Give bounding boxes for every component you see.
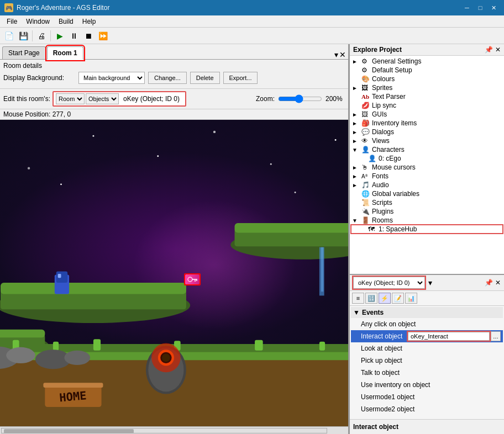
event-usermode1[interactable]: Usermode1 object (351, 391, 503, 403)
svg-point-12 (60, 183, 62, 185)
mouse-position: Mouse Position: 277, 0 (0, 109, 348, 120)
svg-point-53 (6, 347, 35, 363)
expand-icon[interactable]: ► (352, 59, 360, 65)
room-details: Room details Display Background: Main ba… (0, 60, 348, 89)
display-bg-select[interactable]: Main background (78, 72, 145, 84)
props-tab-sort[interactable]: 🔢 (365, 293, 377, 304)
delete-button[interactable]: Delete (190, 72, 220, 84)
toolbar: 📄 💾 🖨 ▶ ⏸ ⏹ ⏩ (0, 28, 504, 44)
minimize-button[interactable]: ─ (461, 3, 473, 13)
panel-close[interactable]: ✕ (339, 50, 346, 59)
tree-cego[interactable]: 👤 0: cEgo (351, 154, 503, 163)
maximize-button[interactable]: □ (474, 3, 486, 13)
svg-point-9 (335, 139, 337, 141)
zoom-slider[interactable] (278, 94, 322, 103)
tree-guis[interactable]: ► 🖼 GUIs (351, 110, 503, 119)
toolbar-pause[interactable]: ⏸ (67, 29, 81, 43)
tree-views[interactable]: ► 👁 Views (351, 136, 503, 145)
event-usermode2[interactable]: Usermode2 object (351, 403, 503, 415)
svg-rect-37 (53, 342, 59, 351)
h-scrollbar[interactable] (0, 426, 348, 434)
svg-rect-21 (235, 223, 348, 233)
tree-text-parser[interactable]: Ab Text Parser (351, 92, 503, 101)
tree-inventory[interactable]: ► 🎒 Inventory items (351, 119, 503, 128)
canvas-area[interactable]: HOME (0, 120, 348, 426)
menu-build[interactable]: Build (54, 17, 78, 27)
svg-point-5 (92, 135, 94, 137)
props-tab-notes[interactable]: 📝 (392, 293, 404, 304)
props-item-select[interactable]: oKey (Object; ID 0) (353, 277, 425, 289)
event-talk[interactable]: Talk to object (351, 367, 503, 379)
svg-point-4 (28, 167, 30, 169)
menu-help[interactable]: Help (78, 17, 101, 27)
props-pin[interactable]: 📌 (485, 279, 493, 287)
zoom-label: Zoom: (256, 95, 275, 103)
tab-bar: Start Page Room 1 ▾ ✕ (0, 44, 348, 60)
properties-panel: oKey (Object; ID 0) ▾ 📌 ✕ ≡ 🔢 ⚡ 📝 📊 (350, 274, 504, 434)
panel-dropdown[interactable]: ▾ (334, 50, 338, 59)
tree-default-setup[interactable]: ⚙ Default Setup (351, 66, 503, 75)
zoom-value: 200% (326, 95, 345, 103)
tree-rooms[interactable]: ▼ 🚪 Rooms (351, 216, 503, 225)
explore-tree: ► ⚙ General Settings ⚙ Default Setup 🎨 C… (350, 56, 504, 274)
room-details-title: Room details (3, 62, 345, 70)
event-interact[interactable]: Interact object … (351, 330, 503, 342)
toolbar-print[interactable]: 🖨 (35, 29, 48, 43)
tree-spacehub[interactable]: 🗺 1: SpaceHub (351, 225, 503, 234)
export-button[interactable]: Export... (223, 72, 258, 84)
tree-sprites[interactable]: ► 🖼 Sprites (351, 83, 503, 92)
svg-rect-23 (321, 247, 323, 292)
edit-label: Edit this room's: (3, 95, 50, 103)
explore-close[interactable]: ✕ (495, 46, 501, 54)
svg-point-13 (295, 192, 296, 193)
props-close[interactable]: ✕ (495, 279, 501, 287)
event-browse-btn[interactable]: … (491, 331, 501, 341)
props-tab-events[interactable]: ⚡ (379, 293, 391, 304)
tree-audio[interactable]: ► 🎵 Audio (351, 181, 503, 189)
event-any-click[interactable]: Any click on object (351, 318, 503, 330)
characters-label: Characters (372, 146, 405, 154)
tree-colours[interactable]: 🎨 Colours (351, 75, 503, 83)
tree-lip-sync[interactable]: 💋 Lip sync (351, 101, 503, 110)
props-tab-list[interactable]: ≡ (352, 293, 364, 304)
edit-objects-select[interactable]: Objects (86, 93, 119, 104)
app-title: Roger's Adventure - AGS Editor (17, 4, 109, 12)
close-button[interactable]: ✕ (487, 3, 500, 13)
tree-plugins[interactable]: 🔌 Plugins (351, 207, 503, 216)
toolbar-run[interactable]: ▶ (53, 29, 66, 43)
event-look[interactable]: Look at object (351, 342, 503, 354)
svg-rect-41 (319, 342, 325, 351)
events-header[interactable]: ▼ Events (351, 307, 503, 318)
title-bar: 🎮 Roger's Adventure - AGS Editor ─ □ ✕ (0, 0, 504, 15)
tree-global-vars[interactable]: 🌐 Global variables (351, 189, 503, 198)
svg-point-55 (64, 351, 90, 365)
change-button[interactable]: Change... (148, 72, 187, 84)
toolbar-step[interactable]: ⏩ (96, 29, 109, 43)
edit-row: Edit this room's: Room Objects oKey (Obj… (0, 89, 348, 109)
explore-pin[interactable]: 📌 (485, 46, 493, 54)
menu-window[interactable]: Window (22, 17, 54, 27)
svg-rect-26 (1, 283, 186, 294)
tree-dialogs[interactable]: ► 💬 Dialogs (351, 128, 503, 136)
toolbar-stop[interactable]: ⏹ (82, 29, 95, 43)
props-toolbar: ≡ 🔢 ⚡ 📝 📊 (350, 291, 504, 306)
svg-text:HOME: HOME (59, 389, 87, 404)
edit-room-select[interactable]: Room (56, 93, 85, 104)
tab-start-page[interactable]: Start Page (2, 46, 46, 59)
event-interact-input[interactable] (408, 332, 490, 341)
toolbar-new[interactable]: 📄 (2, 29, 15, 43)
tree-scripts[interactable]: 📜 Scripts (351, 198, 503, 207)
event-pickup[interactable]: Pick up object (351, 354, 503, 367)
event-use-inv[interactable]: Use inventory on object (351, 379, 503, 391)
tree-mouse-cursors[interactable]: ► 🖱 Mouse cursors (351, 163, 503, 172)
tree-fonts[interactable]: ► A⁸ Fonts (351, 172, 503, 181)
props-tab-extra[interactable]: 📊 (405, 293, 417, 304)
svg-point-51 (160, 352, 171, 363)
menu-file[interactable]: File (2, 17, 22, 27)
tab-room1[interactable]: Room 1 (47, 46, 83, 60)
events-title: Events (362, 309, 384, 316)
props-dropdown-btn[interactable]: ▾ (428, 278, 432, 287)
toolbar-save[interactable]: 💾 (17, 29, 30, 43)
tree-characters[interactable]: ▼ 👤 Characters (351, 145, 503, 154)
tree-general-settings[interactable]: ► ⚙ General Settings (351, 57, 503, 66)
